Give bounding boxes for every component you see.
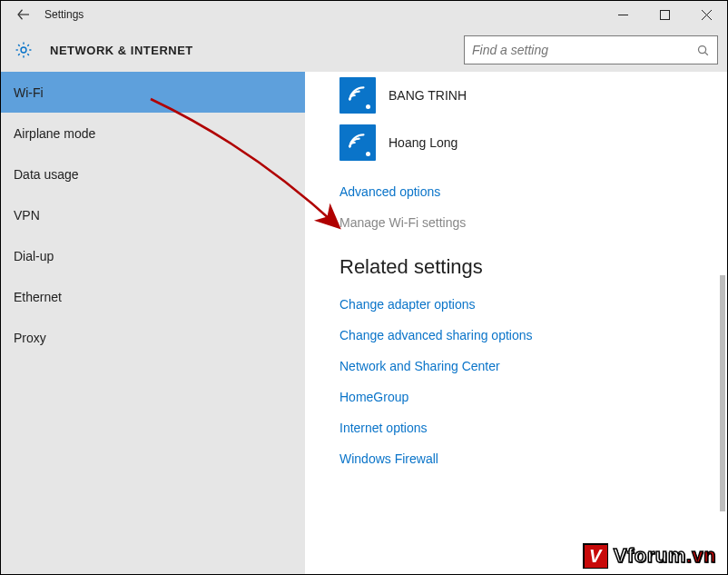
header-row: NETWORK & INTERNET [1,28,727,72]
related-settings-heading: Related settings [339,255,727,279]
watermark: V Vforum.vn [583,543,716,569]
body: Wi-Fi Airplane mode Data usage VPN Dial-… [1,72,727,574]
wifi-icon [339,124,376,161]
wifi-network-name: BANG TRINH [389,88,467,103]
sidebar-item-label: Wi-Fi [14,85,44,100]
gear-icon [14,40,34,60]
sidebar: Wi-Fi Airplane mode Data usage VPN Dial-… [1,72,305,574]
maximize-button[interactable] [644,1,685,28]
watermark-text: Vforum.vn [614,544,716,568]
titlebar: Settings [1,1,727,28]
manage-wifi-settings-link[interactable]: Manage Wi-Fi settings [339,215,727,230]
back-button[interactable] [8,1,39,28]
sidebar-item-vpn[interactable]: VPN [1,194,305,235]
sidebar-item-label: VPN [14,208,40,223]
svg-point-5 [21,47,26,53]
minimize-button[interactable] [602,1,644,28]
sidebar-item-ethernet[interactable]: Ethernet [1,276,305,317]
content-pane: BANG TRINH Hoang Long Advanced options M… [305,72,727,574]
search-input[interactable] [472,43,696,57]
settings-window: Settings NETWORK & INTERNET [1,1,727,574]
sidebar-item-label: Airplane mode [14,126,95,141]
search-icon [696,44,710,57]
advanced-options-link[interactable]: Advanced options [339,184,727,199]
sidebar-item-datausage[interactable]: Data usage [1,154,305,194]
watermark-badge: V [583,543,608,569]
close-button[interactable] [685,1,727,28]
sidebar-item-label: Proxy [14,331,46,345]
link-homegroup[interactable]: HomeGroup [339,390,727,404]
sidebar-item-label: Dial-up [14,249,54,263]
wifi-network-item[interactable]: BANG TRINH [339,77,727,114]
window-title: Settings [44,8,84,21]
wifi-icon [339,77,376,114]
svg-line-7 [704,52,707,55]
related-links-group: Change adapter options Change advanced s… [339,297,727,466]
wifi-network-item[interactable]: Hoang Long [339,124,727,161]
search-box[interactable] [464,35,718,64]
sidebar-item-label: Data usage [14,167,79,182]
section-title: NETWORK & INTERNET [50,44,193,57]
sidebar-item-wifi[interactable]: Wi-Fi [1,72,305,113]
scrollbar[interactable] [716,75,725,570]
sidebar-item-airplane[interactable]: Airplane mode [1,113,305,154]
link-windows-firewall[interactable]: Windows Firewall [339,451,727,466]
sidebar-item-dialup[interactable]: Dial-up [1,235,305,276]
svg-rect-2 [660,10,669,19]
sidebar-item-label: Ethernet [14,290,62,304]
scroll-thumb[interactable] [720,275,725,511]
wifi-network-name: Hoang Long [389,135,457,150]
link-change-advanced-sharing[interactable]: Change advanced sharing options [339,328,727,342]
link-internet-options[interactable]: Internet options [339,421,727,435]
link-change-adapter[interactable]: Change adapter options [339,297,727,312]
sidebar-item-proxy[interactable]: Proxy [1,317,305,358]
link-network-sharing-center[interactable]: Network and Sharing Center [339,359,727,373]
